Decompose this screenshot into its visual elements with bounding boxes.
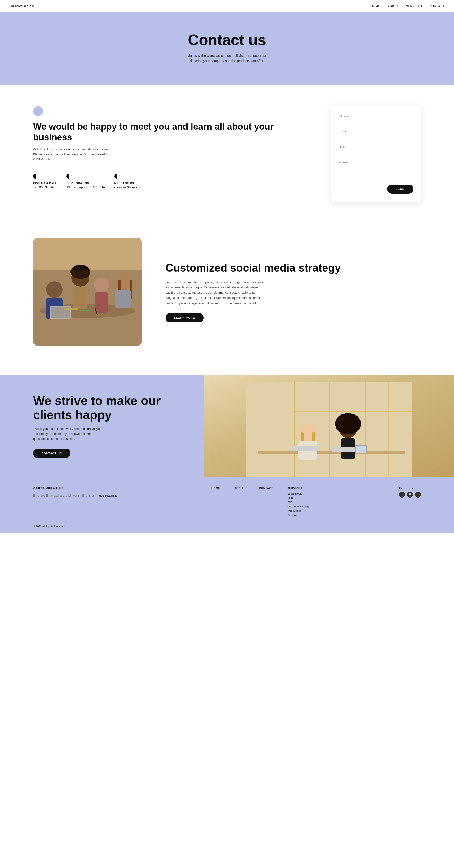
footer-link-ppc[interactable]: PPC	[287, 501, 309, 504]
contact-info-message: MESSAGE US creative@basis.com	[115, 174, 142, 189]
social-right: Customized social media strategy Lorem i…	[165, 261, 421, 322]
footer-email-row: YES PLEASE →	[33, 493, 121, 498]
hero-title: Contact us	[9, 31, 445, 49]
contact-info-location: OUR LOCATION 137 carriage court, NY, USA	[66, 174, 105, 189]
call-value: +23 000 345 67	[33, 185, 57, 189]
nav-links: HOME ABOUT SERVICES CONTACT	[371, 5, 445, 7]
nav-brand: CreativeBasis®	[9, 4, 34, 8]
nav-services[interactable]: SERVICES	[406, 5, 422, 7]
contact-info-call: GIVE US A CALL +23 000 345 67	[33, 174, 57, 189]
nav-about[interactable]: ABOUT	[388, 5, 398, 7]
contact-info-grid: GIVE US A CALL +23 000 345 67 OUR LOCATI…	[33, 174, 312, 189]
fullname-field: full name	[338, 115, 413, 125]
twitter-icon[interactable]: t	[415, 492, 421, 498]
svg-rect-37	[356, 446, 366, 453]
svg-rect-14	[130, 280, 132, 299]
brand-name: CreativeBasis	[9, 4, 31, 8]
message-label-form: Write us	[338, 161, 413, 164]
svg-rect-18	[95, 308, 98, 315]
social-section: Customized social media strategy Lorem i…	[0, 223, 454, 361]
social-icons-group: f t	[399, 492, 421, 498]
footer-services-heading: SERVICES	[287, 487, 309, 490]
message-field: Write us	[338, 161, 413, 180]
footer-brand: CREATIVEBASIS ®	[33, 487, 121, 490]
cta-left: We strive to make our clients happy This…	[0, 375, 204, 477]
footer-top: CREATIVEBASIS ® YES PLEASE → HOME ABOUT …	[33, 487, 421, 518]
svg-rect-39	[409, 494, 411, 496]
svg-point-2	[40, 304, 135, 318]
message-value: creative@basis.com	[115, 185, 142, 189]
svg-rect-5	[50, 306, 71, 319]
message-label: MESSAGE US	[115, 182, 142, 185]
location-label: OUR LOCATION	[66, 182, 105, 185]
contact-us-button[interactable]: CONTACT US	[33, 448, 70, 458]
nav-home[interactable]: HOME	[371, 5, 380, 7]
footer-contact-heading: CONTACT	[259, 487, 273, 490]
hero-subtitle: Just say the word, we can do it all Use …	[185, 53, 269, 64]
svg-rect-1	[33, 238, 142, 346]
footer-link-strategy[interactable]: Strategy	[287, 514, 309, 517]
learn-more-button[interactable]: LEARN MORE	[165, 313, 203, 322]
svg-rect-17	[80, 310, 90, 311]
svg-point-10	[94, 277, 109, 292]
fullname-input[interactable]	[338, 119, 413, 125]
location-value: 137 carriage court, NY, USA	[66, 185, 105, 189]
footer-email-input[interactable]	[33, 493, 95, 498]
svg-rect-27	[258, 451, 405, 454]
call-icon	[33, 174, 38, 179]
svg-rect-11	[95, 292, 108, 312]
social-heading: Customized social media strategy	[165, 261, 421, 274]
envelope-icon	[33, 106, 43, 116]
message-icon	[115, 174, 120, 179]
nav-contact[interactable]: CONTACT	[430, 5, 445, 7]
call-label: GIVE US A CALL	[33, 182, 57, 185]
contact-section: We would be happy to meet you and learn …	[0, 85, 454, 223]
facebook-icon[interactable]: f	[399, 492, 405, 498]
footer-about-heading: ABOUT	[234, 487, 245, 490]
footer-home-heading: HOME	[212, 487, 220, 490]
send-button[interactable]: SEND	[387, 185, 413, 193]
svg-rect-9	[73, 287, 88, 309]
svg-point-34	[335, 413, 361, 434]
cta-section: We strive to make our clients happy This…	[0, 375, 454, 477]
cta-right	[204, 375, 454, 477]
email-input[interactable]	[338, 149, 413, 156]
cta-description: This is your chance to invite visitors t…	[33, 427, 104, 441]
svg-rect-15	[116, 289, 131, 309]
navbar: CreativeBasis® HOME ABOUT SERVICES CONTA…	[0, 0, 454, 12]
footer-brand-reg: ®	[62, 487, 64, 490]
footer-nav-home: HOME	[212, 487, 220, 518]
cta-image	[204, 375, 454, 477]
yes-please-button[interactable]: YES PLEASE →	[98, 494, 121, 497]
team-image-placeholder	[33, 238, 142, 346]
svg-rect-13	[118, 280, 121, 299]
svg-rect-16	[64, 309, 78, 310]
svg-point-40	[409, 494, 411, 495]
instagram-icon[interactable]	[407, 492, 413, 498]
svg-rect-32	[291, 446, 317, 452]
brand-reg: ®	[32, 5, 34, 7]
footer-follow-label: Follow us:	[399, 487, 421, 490]
hero-section: Contact us Just say the word, we can do …	[0, 12, 454, 85]
contact-description: Collect visitor's submissions and store …	[33, 147, 109, 162]
footer-link-content[interactable]: Content Marketing	[287, 505, 309, 508]
svg-rect-4	[46, 298, 63, 319]
phone-input[interactable]	[338, 134, 413, 141]
email-label: Email	[338, 146, 413, 148]
cta-heading: We strive to make our clients happy	[33, 394, 185, 422]
footer-nav-contact: CONTACT	[259, 487, 273, 518]
footer-follow: Follow us: f t	[399, 487, 421, 498]
footer-link-social-media[interactable]: Social Media	[287, 492, 309, 495]
copyright-text: © 2022 All Rights Reserved.	[33, 525, 66, 528]
footer-bottom: © 2022 All Rights Reserved.	[33, 525, 421, 528]
phone-field: phone	[338, 130, 413, 141]
svg-point-41	[411, 494, 411, 494]
svg-point-8	[70, 265, 90, 279]
footer-nav-services: SERVICES Social Media CEO PPC Content Ma…	[287, 487, 309, 518]
message-textarea[interactable]	[338, 165, 413, 179]
contact-heading: We would be happy to meet you and learn …	[33, 121, 312, 143]
footer-link-ceo[interactable]: CEO	[287, 497, 309, 499]
svg-rect-25	[294, 411, 412, 412]
footer-link-web-design[interactable]: Web Design	[287, 509, 309, 512]
svg-point-3	[46, 281, 63, 298]
